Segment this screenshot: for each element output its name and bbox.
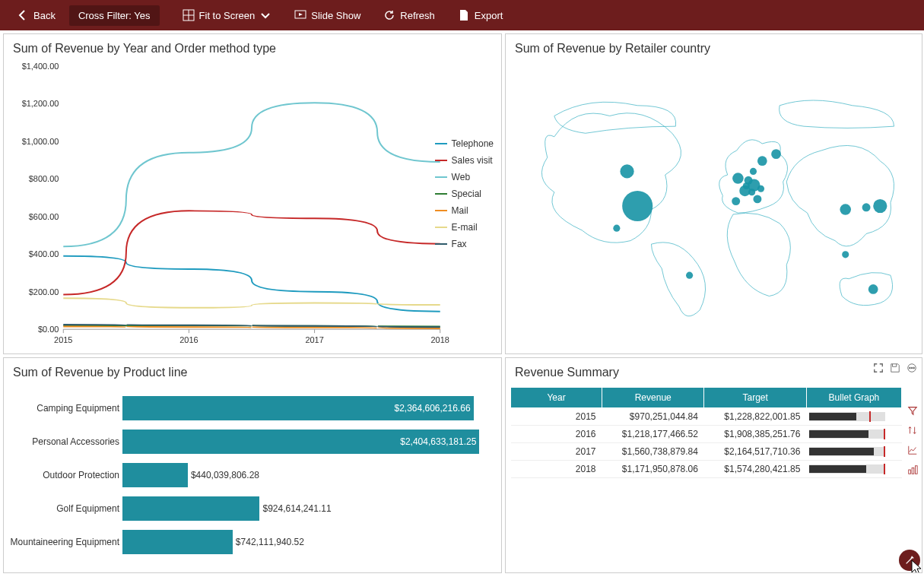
panel-revenue-by-year-method: Sum of Revenue by Year and Order method … — [3, 33, 502, 354]
svg-text:$800.00: $800.00 — [29, 174, 59, 183]
bar-category-label: Personal Accessories — [4, 436, 122, 447]
app-toolbar: Back Cross Filter: Yes Fit to Screen Sli… — [0, 0, 924, 30]
legend-item[interactable]: Web — [435, 172, 494, 182]
svg-text:$0.00: $0.00 — [38, 325, 59, 334]
line-chart: $0.00$200.00$400.00$600.00$800.00$1,000.… — [4, 59, 501, 353]
legend-label: Special — [452, 189, 481, 199]
bar-row[interactable]: Golf Equipment $924,614,241.11 — [4, 492, 494, 525]
table-header[interactable]: Year — [511, 388, 602, 408]
chevron-left-icon — [17, 9, 29, 21]
sort-icon[interactable] — [907, 425, 918, 436]
legend-label: Telephone — [452, 138, 494, 149]
refresh-label: Refresh — [400, 10, 435, 21]
dashboard-grid: Sum of Revenue by Year and Order method … — [0, 30, 924, 576]
map-bubble[interactable]: Korea — [862, 203, 871, 211]
map-bubble[interactable]: Canada — [620, 164, 633, 178]
slideshow-label: Slide Show — [311, 10, 360, 21]
bar-row[interactable]: Outdoor Protection $440,039,806.28 — [4, 458, 494, 492]
legend-item[interactable]: E-mail — [435, 222, 494, 233]
map-bubble[interactable]: Switzerland — [748, 189, 755, 195]
svg-text:$1,400.00: $1,400.00 — [22, 62, 59, 71]
bar-value-label: $2,404,633,181.25 — [400, 436, 476, 447]
svg-point-24 — [913, 367, 915, 369]
panel-revenue-by-country: Sum of Revenue by Retailer country Unite… — [505, 33, 922, 354]
map-bubble[interactable]: Japan — [873, 199, 887, 213]
fit-to-screen-button[interactable]: Fit to Screen — [173, 5, 281, 26]
svg-text:2015: 2015 — [54, 335, 72, 344]
save-icon[interactable] — [890, 363, 900, 373]
back-button[interactable]: Back — [8, 5, 65, 26]
cell-year: 2016 — [511, 426, 602, 443]
export-icon — [458, 9, 470, 21]
bar-row[interactable]: Camping Equipment $2,364,606,216.66 — [4, 392, 494, 425]
cell-year: 2018 — [511, 461, 602, 478]
map-bubble[interactable]: Austria — [757, 185, 764, 192]
legend-item[interactable]: Fax — [435, 239, 494, 249]
refresh-button[interactable]: Refresh — [374, 5, 444, 26]
export-button[interactable]: Export — [449, 5, 513, 26]
chart-line-icon[interactable] — [907, 445, 918, 455]
more-icon[interactable] — [907, 363, 917, 373]
bar-row[interactable]: Personal Accessories $2,404,633,181.25 — [4, 425, 494, 458]
filter-icon[interactable] — [907, 405, 918, 416]
map-bubble[interactable]: Spain — [732, 197, 740, 205]
bar-row[interactable]: Mountaineering Equipment $742,111,940.52 — [4, 525, 494, 559]
map-bubble[interactable]: United States — [622, 191, 653, 221]
panel-title: Sum of Revenue by Product line — [4, 358, 501, 382]
world-map: United StatesCanadaMexicoBrazilUnited Ki… — [506, 59, 922, 353]
map-bubble[interactable]: Australia — [868, 284, 878, 294]
cell-bullet — [806, 426, 901, 443]
cell-revenue: $1,560,738,879.84 — [602, 443, 704, 461]
revenue-summary-table[interactable]: YearRevenueTargetBullet Graph 2015 $970,… — [510, 387, 902, 478]
bar-chart-body[interactable]: Camping Equipment $2,364,606,216.66 Pers… — [4, 382, 501, 572]
svg-text:2018: 2018 — [431, 335, 449, 344]
svg-point-22 — [910, 367, 911, 369]
panel-mini-toolbar — [873, 363, 917, 373]
legend-label: Fax — [452, 239, 467, 249]
fit-screen-icon — [183, 9, 195, 21]
map-bubble[interactable]: Finland — [771, 149, 781, 159]
map-bubble[interactable]: United Kingdom — [732, 173, 744, 184]
bar-category-label: Golf Equipment — [4, 503, 122, 514]
line-chart-body[interactable]: $0.00$200.00$400.00$600.00$800.00$1,000.… — [4, 59, 501, 353]
svg-text:$1,000.00: $1,000.00 — [22, 137, 59, 146]
table-header[interactable]: Bullet Graph — [806, 388, 901, 408]
legend-item[interactable]: Telephone — [435, 138, 494, 149]
map-bubble[interactable]: China — [840, 204, 851, 215]
cell-revenue: $1,171,950,878.06 — [602, 461, 704, 478]
map-bubble[interactable]: Italy — [753, 195, 761, 203]
cross-filter-button[interactable]: Cross Filter: Yes — [69, 5, 160, 26]
svg-rect-25 — [909, 470, 911, 474]
chart-bar-icon[interactable] — [907, 464, 918, 475]
table-header[interactable]: Revenue — [602, 388, 704, 408]
bar-value-label: $742,111,940.52 — [236, 537, 304, 547]
panel-side-actions — [905, 405, 920, 475]
panel-fab-button[interactable] — [899, 550, 920, 571]
fit-screen-label: Fit to Screen — [199, 10, 256, 21]
wand-icon — [904, 555, 915, 566]
map-bubble[interactable]: Sweden — [757, 156, 767, 166]
map-bubble[interactable]: Mexico — [613, 225, 620, 232]
table-row[interactable]: 2016 $1,218,177,466.52 $1,908,385,251.76 — [511, 426, 902, 443]
legend-item[interactable]: Mail — [435, 205, 494, 216]
table-body: YearRevenueTargetBullet Graph 2015 $970,… — [506, 382, 922, 572]
map-bubble[interactable]: Denmark — [750, 168, 757, 175]
map-bubble[interactable]: Singapore — [842, 251, 849, 258]
legend-item[interactable]: Special — [435, 189, 494, 199]
cell-target: $1,908,385,251.76 — [704, 426, 806, 443]
legend-item[interactable]: Sales visit — [435, 155, 494, 166]
cross-filter-label: Cross Filter: Yes — [78, 10, 151, 21]
map-bubble[interactable]: Belgium — [743, 182, 750, 189]
map-body[interactable]: United StatesCanadaMexicoBrazilUnited Ki… — [506, 59, 922, 353]
table-row[interactable]: 2015 $970,251,044.84 $1,228,822,001.85 — [511, 408, 902, 426]
slide-show-button[interactable]: Slide Show — [285, 5, 370, 26]
bar-value-label: $440,039,806.28 — [191, 470, 259, 480]
table-row[interactable]: 2017 $1,560,738,879.84 $2,164,517,710.36 — [511, 443, 902, 461]
table-header[interactable]: Target — [704, 388, 806, 408]
back-label: Back — [33, 10, 56, 21]
bar-value-label: $2,364,606,216.66 — [394, 403, 470, 414]
legend-label: E-mail — [452, 222, 478, 233]
maximize-icon[interactable] — [873, 363, 884, 373]
map-bubble[interactable]: Brazil — [686, 272, 693, 279]
table-row[interactable]: 2018 $1,171,950,878.06 $1,574,280,421.85 — [511, 461, 902, 478]
